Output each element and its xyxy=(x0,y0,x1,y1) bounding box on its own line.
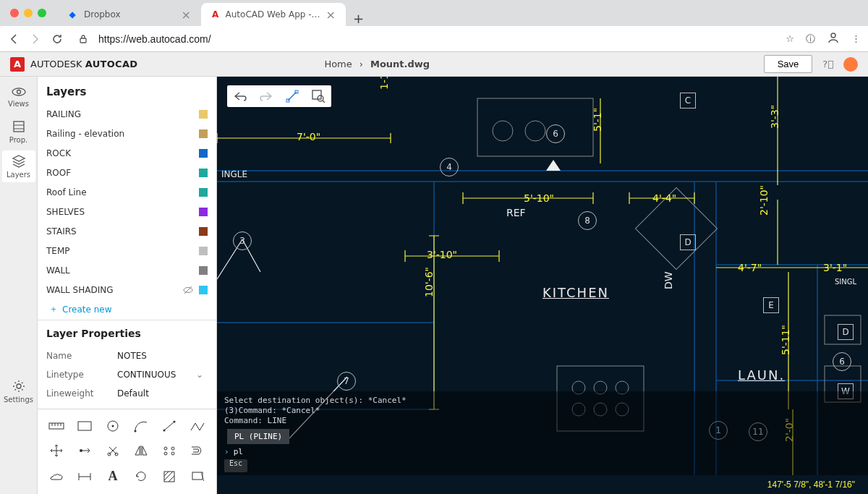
address-bar: ☆ ⓘ ⋮ xyxy=(0,26,868,52)
prop-label: Linetype xyxy=(46,370,117,380)
dimension-text: 5'-11" xyxy=(780,325,791,355)
new-tab-button[interactable]: + xyxy=(346,11,371,26)
callout-bubble: 6 xyxy=(833,352,851,371)
tool-mirror[interactable] xyxy=(127,438,156,463)
reload-button[interactable] xyxy=(51,33,64,46)
profile-icon[interactable] xyxy=(827,31,840,46)
svg-point-28 xyxy=(171,452,174,455)
layer-name: WALL SHADING xyxy=(46,285,177,295)
prop-row[interactable]: LinetypeCONTINUOUS⌄ xyxy=(46,365,208,384)
layers-icon xyxy=(12,155,26,169)
layer-row[interactable]: TEMP xyxy=(46,241,208,260)
help-icon[interactable]: ?⃝ xyxy=(822,59,833,69)
svg-point-3 xyxy=(17,90,20,93)
layer-color-swatch[interactable] xyxy=(199,110,208,119)
layer-color-swatch[interactable] xyxy=(199,149,208,158)
chevron-right-icon: › xyxy=(359,59,363,69)
tool-offset[interactable] xyxy=(184,438,212,463)
visibility-off-icon[interactable] xyxy=(183,285,193,295)
close-icon[interactable]: × xyxy=(182,8,191,22)
dimension-text: 4'-4" xyxy=(652,192,676,204)
layer-color-swatch[interactable] xyxy=(199,129,208,138)
layer-row[interactable]: RAILING xyxy=(46,104,208,124)
layer-row[interactable]: SHELVES xyxy=(46,202,208,221)
layer-color-swatch[interactable] xyxy=(199,188,208,197)
layer-row[interactable]: WALL xyxy=(46,260,208,280)
properties-icon xyxy=(12,120,25,135)
browser-tab-autocad[interactable]: A AutoCAD Web App - Online CA × xyxy=(201,3,346,26)
views-icon xyxy=(12,87,26,98)
prop-label: Name xyxy=(46,351,117,361)
minimize-icon[interactable] xyxy=(24,9,33,17)
layer-row[interactable]: WALL SHADING xyxy=(46,280,208,297)
layer-color-swatch[interactable] xyxy=(199,247,208,255)
url-input[interactable] xyxy=(98,33,388,45)
svg-point-1 xyxy=(831,33,835,38)
tool-copy[interactable] xyxy=(70,438,98,463)
dimension-text: 7'-0" xyxy=(297,131,320,142)
esc-button[interactable]: Esc xyxy=(224,459,247,472)
tool-line[interactable] xyxy=(156,414,184,438)
layer-color-swatch[interactable] xyxy=(199,227,208,236)
layer-name: WALL xyxy=(46,265,193,276)
svg-point-25 xyxy=(164,447,167,450)
tool-rotate[interactable] xyxy=(127,463,156,490)
layer-color-swatch[interactable] xyxy=(199,208,208,216)
command-input[interactable]: › pl xyxy=(224,447,861,456)
layer-name: RAILING xyxy=(46,109,193,119)
callout-bubble: 8 xyxy=(578,211,597,230)
layer-props: NameNOTESLinetypeCONTINUOUS⌄LineweightDe… xyxy=(46,346,208,403)
layer-row[interactable]: Roof Line xyxy=(46,182,208,202)
tool-text[interactable]: A xyxy=(98,463,127,490)
tool-erase[interactable] xyxy=(184,463,212,490)
svg-point-17 xyxy=(111,425,114,427)
tool-array[interactable] xyxy=(156,438,184,463)
browser-tab-dropbox[interactable]: ◆ Dropbox × xyxy=(56,3,201,26)
breadcrumb[interactable]: Home › Mount.dwg xyxy=(324,59,430,69)
tool-trim[interactable] xyxy=(98,438,127,463)
rail-views[interactable]: Views xyxy=(2,81,35,113)
close-icon[interactable] xyxy=(10,9,19,17)
rail-settings[interactable]: Settings xyxy=(2,375,35,407)
back-button[interactable] xyxy=(7,33,20,46)
rail-layers[interactable]: Layers xyxy=(2,150,35,182)
layer-row[interactable]: ROCK xyxy=(46,143,208,163)
tool-hatch[interactable] xyxy=(156,463,184,490)
tool-arc[interactable] xyxy=(127,414,156,438)
tool-move[interactable] xyxy=(42,438,70,463)
avatar[interactable] xyxy=(843,57,858,72)
tool-polyline[interactable] xyxy=(184,414,212,438)
maximize-icon[interactable] xyxy=(38,9,46,17)
layer-row[interactable]: ROOF xyxy=(46,163,208,182)
rail-prop[interactable]: Prop. xyxy=(2,116,35,148)
autocad-logo-icon: A xyxy=(10,57,25,72)
grid-key: D xyxy=(838,324,854,340)
tool-revcloud[interactable] xyxy=(42,463,70,490)
menu-icon[interactable]: ⋮ xyxy=(851,33,861,44)
tab-label: Dropbox xyxy=(84,9,121,20)
svg-line-33 xyxy=(164,472,169,476)
dropbox-icon: ◆ xyxy=(67,9,78,20)
save-button[interactable]: Save xyxy=(764,55,813,73)
tool-rectangle[interactable] xyxy=(70,414,98,438)
layer-color-swatch[interactable] xyxy=(199,266,208,275)
layer-row[interactable]: Railing - elevation xyxy=(46,124,208,143)
tool-measure[interactable] xyxy=(42,414,70,438)
svg-line-19 xyxy=(164,422,174,430)
close-icon[interactable]: × xyxy=(326,8,336,22)
create-layer-button[interactable]: ＋ Create new xyxy=(46,297,208,318)
tool-dimension[interactable] xyxy=(70,463,98,490)
layer-color-swatch[interactable] xyxy=(199,169,208,177)
grid-key: C xyxy=(680,93,696,108)
info-icon[interactable]: ⓘ xyxy=(806,33,815,46)
svg-rect-36 xyxy=(192,472,203,480)
layer-row[interactable]: STAIRS xyxy=(46,221,208,241)
window-controls[interactable] xyxy=(6,9,51,17)
layer-color-swatch[interactable] xyxy=(199,286,208,294)
svg-point-26 xyxy=(171,447,174,450)
svg-point-21 xyxy=(174,421,176,423)
drawing-canvas[interactable]: 7'-0"1-1/2"5'-10"REF3'-10"10'-6"5'-1"4'-… xyxy=(217,77,868,494)
star-icon[interactable]: ☆ xyxy=(786,33,794,44)
tool-circle[interactable] xyxy=(98,414,127,438)
command-suggestion[interactable]: PL (PLINE) xyxy=(227,429,289,444)
